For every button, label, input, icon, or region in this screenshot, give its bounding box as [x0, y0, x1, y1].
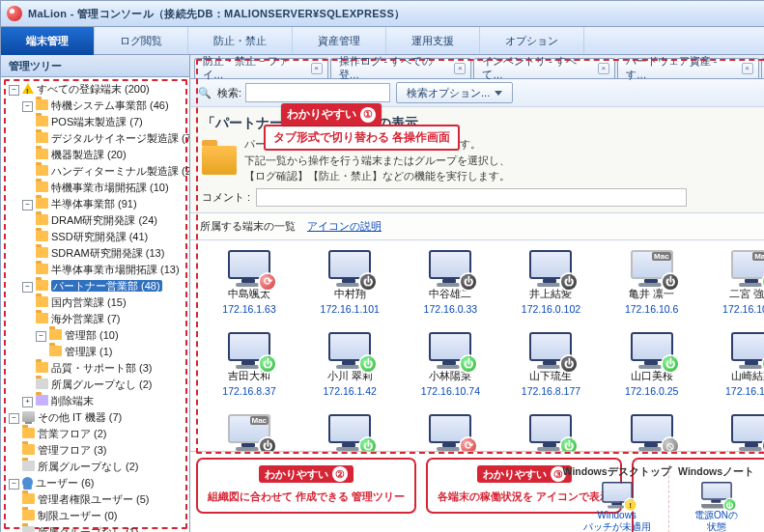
close-icon[interactable]	[454, 63, 466, 74]
tree-item[interactable]: デジタルサイネージ製造課 (7)	[36, 130, 187, 147]
tree-item[interactable]: POS端末製造課 (7)	[36, 114, 187, 130]
device-item[interactable]: 小林陽菜172.16.10.74	[403, 332, 497, 397]
device-grid-area[interactable]: 中島颯太172.16.1.63中村翔172.16.1.101中谷雄二172.16…	[190, 240, 764, 452]
folder-icon	[36, 214, 48, 225]
device-icon	[429, 414, 471, 449]
tree-item[interactable]: 所属グループなし (1)	[22, 524, 187, 532]
device-icon	[228, 332, 270, 367]
tab[interactable]: インストール済みソフ…	[761, 58, 764, 78]
tree-item[interactable]: 半導体事業市場開拓課 (13)	[36, 262, 187, 278]
tree-item[interactable]: 管理部 (10) 管理課 (1)	[36, 327, 187, 360]
tab[interactable]: インベントリ - すべて…	[473, 58, 615, 78]
legend-title: Windowsデスクトップ	[563, 465, 671, 479]
tab[interactable]: ハードウェア資産 - す…	[617, 58, 759, 78]
device-item[interactable]: 中島颯太172.16.1.63	[202, 250, 297, 315]
device-item[interactable]: 中谷雄二172.16.0.33	[403, 250, 497, 315]
status-badge	[625, 499, 637, 511]
device-item[interactable]: 小川 翠莉172.16.1.42	[302, 332, 397, 397]
expand-toggle[interactable]	[36, 331, 46, 342]
folder-icon	[36, 264, 48, 274]
tree-item[interactable]: ユーザー (6) 管理者権限ユーザー (5) 制限ユーザー (0) 所属グループ…	[9, 475, 187, 532]
expand-toggle[interactable]	[22, 101, 33, 112]
tree-item-selected[interactable]: パートナー営業部 (48) 国内営業課 (15) 海外営業課 (7) 管理部 (…	[22, 278, 187, 393]
search-input[interactable]	[245, 83, 390, 102]
tree-item[interactable]: 特機事業市場開拓課 (10)	[36, 180, 187, 196]
close-icon[interactable]	[598, 63, 609, 74]
tree-item[interactable]: SSD研究開発課 (41)	[36, 229, 187, 245]
status-badge	[663, 274, 678, 290]
expand-toggle[interactable]	[9, 413, 19, 424]
tree-item[interactable]: 管理課 (1)	[49, 344, 187, 360]
folder-icon	[49, 346, 62, 356]
tab[interactable]: 操作ログ - すべての登…	[330, 58, 472, 78]
device-item[interactable]: 山下琉生172.16.8.177	[503, 332, 598, 397]
device-item[interactable]: 森蒼空172.16.1.6	[705, 414, 764, 452]
tree-item[interactable]: 半導体事業部 (91) DRAM研究開発課 (24) SSD研究開発課 (41)…	[22, 196, 187, 278]
menu-options[interactable]: オプション	[480, 27, 584, 54]
device-item[interactable]: Mac二宮 強哉172.16.10.58	[705, 250, 764, 315]
device-icon	[429, 250, 471, 285]
device-item[interactable]: 井上結愛172.16.0.102	[503, 250, 598, 315]
tree-item[interactable]: 機器製造課 (20)	[36, 147, 187, 163]
status-badge	[561, 438, 577, 452]
device-item[interactable]: 木村陽斗172.16.1.4	[302, 414, 397, 452]
expand-toggle[interactable]	[22, 282, 33, 293]
tree-item[interactable]: その他 IT 機器 (7) 営業フロア (2) 管理フロア (3) 所属グループ…	[9, 409, 187, 475]
device-item[interactable]: 山口美桜172.16.0.25	[605, 332, 699, 397]
expand-toggle[interactable]	[22, 200, 33, 210]
titlebar: MaLion - 管理コンソール（接続先DB：MALIONSERVER¥SQLE…	[1, 1, 764, 27]
device-item[interactable]: 中村翔172.16.1.101	[302, 250, 397, 315]
tree-item[interactable]: 管理者権限ユーザー (5)	[22, 491, 187, 508]
expand-toggle[interactable]	[22, 397, 33, 407]
tree-item[interactable]: 削除端末	[22, 393, 187, 409]
menu-assets[interactable]: 資産管理	[293, 27, 386, 54]
close-icon[interactable]	[742, 63, 753, 74]
device-item[interactable]: 今田 栄麗172.16.0.101	[503, 414, 598, 452]
legend-bar: わかりやすい② 組織図に合わせて 作成できる 管理ツリー わかりやすい③ 各端末…	[190, 451, 764, 532]
tree-scroller[interactable]: すべての登録端末 (200) 特機システム事業部 (46) POS端末製造課 (…	[1, 77, 189, 532]
menu-terminal-mgmt[interactable]: 端末管理	[1, 27, 95, 54]
device-ip: 172.16.0.33	[424, 303, 477, 315]
callout-1-sub: タブ形式で切り替わる 各操作画面	[264, 125, 460, 151]
menu-ops[interactable]: 運用支援	[386, 27, 480, 54]
tree-item[interactable]: DRAM研究開発課 (24)	[36, 212, 187, 229]
tree-item[interactable]: 品質・サポート部 (3)	[36, 360, 187, 377]
expand-toggle[interactable]	[9, 85, 19, 96]
expand-toggle[interactable]	[9, 479, 19, 490]
tree-item[interactable]: ハンディターミナル製造課 (2)	[36, 163, 187, 180]
status-badge	[360, 274, 376, 290]
menu-log-view[interactable]: ログ閲覧	[95, 27, 188, 54]
tabbar: 防止・禁止 − ファイ… 操作ログ - すべての登… インベントリ - すべて……	[190, 55, 764, 79]
device-item[interactable]: Mac亀井 凛一172.16.10.6	[605, 250, 699, 315]
device-ip: 172.16.1.63	[222, 303, 275, 315]
warn-icon	[22, 83, 34, 94]
menu-prevent[interactable]: 防止・禁止	[188, 27, 293, 54]
device-item[interactable]: 林さくら172.16.1.51	[605, 414, 699, 452]
tree-item[interactable]: SDRAM研究開発課 (13)	[36, 245, 187, 262]
tree-item[interactable]: 特機システム事業部 (46) POS端末製造課 (7) デジタルサイネージ製造課…	[22, 98, 187, 196]
tree-item[interactable]: 所属グループなし (2)	[36, 377, 187, 393]
tree-item[interactable]: 営業フロア (2)	[22, 426, 187, 442]
device-item[interactable]: 吉田大和172.16.8.37	[202, 332, 297, 397]
app-icon	[7, 6, 22, 21]
callout-2: わかりやすい② 組織図に合わせて 作成できる 管理ツリー	[196, 458, 416, 514]
device-item[interactable]: Mac今泉 博史172.16.59.230	[202, 414, 297, 452]
device-item[interactable]: 松本悠真192.168.0.3	[403, 414, 497, 452]
folder-icon	[36, 378, 48, 389]
close-icon[interactable]	[311, 63, 323, 74]
tree-item[interactable]: 制限ユーザー (0)	[22, 508, 187, 524]
search-box: 検索:	[198, 83, 390, 102]
tree-root[interactable]: すべての登録端末 (200) 特機システム事業部 (46) POS端末製造課 (…	[9, 81, 187, 409]
comment-input[interactable]	[256, 188, 687, 207]
device-item[interactable]: 山崎結菜172.16.1.61	[705, 332, 764, 397]
tab[interactable]: 防止・禁止 − ファイ…	[194, 58, 328, 78]
tree-item[interactable]: 所属グループなし (2)	[22, 459, 187, 475]
main-panel: 防止・禁止 − ファイ… 操作ログ - すべての登… インベントリ - すべて……	[190, 55, 764, 532]
icon-legend-link[interactable]: アイコンの説明	[307, 219, 382, 234]
status-badge	[461, 274, 476, 290]
tree-item[interactable]: 管理フロア (3)	[22, 442, 187, 459]
device-icon	[228, 250, 270, 285]
search-options-button[interactable]: 検索オプション...	[396, 82, 513, 103]
tree-item[interactable]: 海外営業課 (7)	[36, 311, 187, 327]
tree-item[interactable]: 国内営業課 (15)	[36, 294, 187, 311]
